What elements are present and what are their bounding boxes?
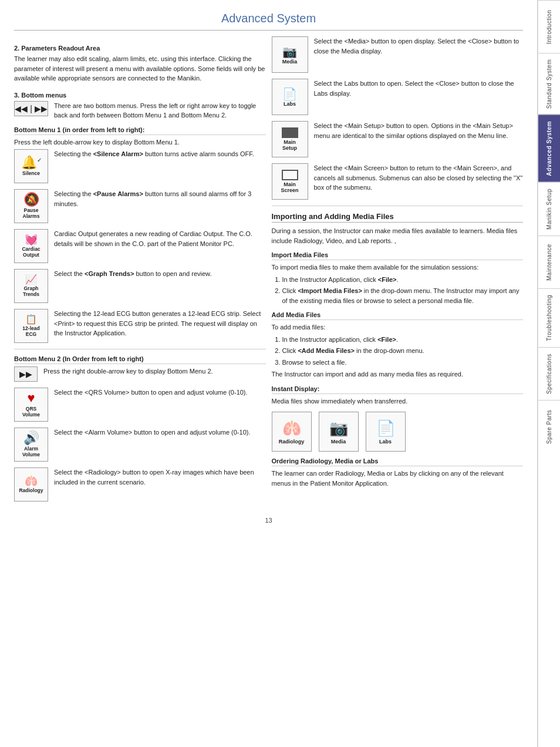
ecg-row: 📋 12-leadECG Selecting the 12-lead ECG b… [14, 309, 266, 343]
sidebar-tab-specifications[interactable]: Specifications [538, 347, 560, 400]
radiology-icon-box: 🫁 Radiology [14, 467, 48, 502]
page-title: Advanced System [14, 12, 523, 31]
sidebar-tab-manikin-setup[interactable]: Manikin Setup [538, 182, 560, 235]
main-setup-desc: Select the <Main Setup> button to open. … [314, 121, 524, 140]
media-icons-row: 🫁 Radiology 📷 Media 📄 Labs [272, 412, 524, 452]
divider-right [272, 206, 524, 206]
right-double-arrow-icon: ▶▶ [14, 366, 38, 382]
importing-section: Importing and Adding Media Files During … [272, 212, 524, 488]
two-column-layout: 2. Parameters Readout Area The learner m… [14, 36, 523, 507]
graph-trends-symbol: 📈 [25, 275, 37, 284]
import-step-1: In the Instructor Application, click <Fi… [282, 275, 524, 285]
ecg-label: 12-leadECG [22, 325, 39, 337]
silence-label: Silence [22, 170, 40, 176]
section2-heading: 2. Parameters Readout Area [14, 45, 266, 52]
alarm-volume-row: 🔊 AlarmVolume Select the <Alarm Volume> … [14, 428, 266, 462]
add-step-1: In the Instructor application, click <Fi… [282, 335, 524, 345]
sidebar-tab-standard-system[interactable]: Standard System [538, 53, 560, 115]
cardiac-output-label: CardiacOutput [22, 246, 40, 258]
graph-trends-row: 📈 GraphTrends Select the <Graph Trends> … [14, 269, 266, 303]
qrs-volume-row: ♥ QRSVolume Select the <QRS Volume> butt… [14, 388, 266, 422]
labs-media-label: Labs [379, 439, 392, 445]
media-btn-label: Media [282, 59, 298, 65]
importing-heading: Importing and Adding Media Files [272, 212, 524, 223]
instant-display-text: Media files show immediately when transf… [272, 396, 524, 406]
sidebar-tab-maintenance[interactable]: Maintenance [538, 235, 560, 288]
sidebar-tab-advanced-system[interactable]: Advanced System [538, 115, 560, 182]
add-steps-list: In the Instructor application, click <Fi… [272, 335, 524, 368]
section2-para: The learner may also edit scaling, alarm… [14, 54, 266, 83]
main-screen-symbol [282, 170, 298, 180]
qrs-volume-symbol: ♥ [27, 392, 35, 405]
section-3: 3. Bottom menus ◀◀ | ▶▶ There are two bo… [14, 92, 266, 502]
right-arrow-row: ▶▶ Press the right double-arrow key to d… [14, 366, 266, 382]
main-content: Advanced System 2. Parameters Readout Ar… [0, 0, 538, 747]
pause-alarms-label: PauseAlarms [23, 207, 40, 219]
page-wrapper: Advanced System 2. Parameters Readout Ar… [0, 0, 560, 747]
sidebar-tab-spare-parts[interactable]: Spare Parts [538, 400, 560, 453]
ordering-text: The learner can order Radiology, Media o… [272, 469, 524, 488]
labs-media-icon: 📄 Labs [366, 412, 406, 452]
pause-alarms-row: 🔕 PauseAlarms Selecting the <Pause Alarm… [14, 189, 266, 223]
section-2: 2. Parameters Readout Area The learner m… [14, 45, 266, 83]
pause-alarms-desc: Selecting the <Pause Alarms> button turn… [54, 189, 266, 208]
add-media-intro: To add media files: [272, 322, 524, 332]
main-setup-row: MainSetup Select the <Main Setup> button… [272, 121, 524, 157]
main-screen-icon-box: MainScreen [272, 163, 308, 200]
radiology-media-icon: 🫁 Radiology [272, 412, 312, 452]
media-media-symbol: 📷 [329, 419, 348, 438]
main-setup-label: MainSetup [282, 139, 297, 151]
media-media-icon: 📷 Media [319, 412, 359, 452]
qrs-volume-icon-box: ♥ QRSVolume [14, 388, 48, 422]
sidebar-tab-introduction[interactable]: Introduction [538, 0, 560, 53]
media-btn-desc: Select the <Media> button to open displa… [314, 36, 524, 56]
ecg-symbol: 📋 [25, 315, 37, 324]
radiology-desc: Select the <Radiology> button to open X-… [54, 467, 266, 487]
labs-btn-desc: Select the Labs button to open. Select t… [314, 79, 524, 98]
labs-btn-label: Labs [284, 101, 296, 107]
right-arrow-icon: ▶▶ [35, 104, 48, 113]
page-number: 13 [14, 517, 523, 524]
sidebar-tab-troubleshooting[interactable]: Troubleshooting [538, 288, 560, 347]
main-screen-row: MainScreen Select the <Main Screen> butt… [272, 163, 524, 200]
silence-symbol: 🔔✓ [21, 156, 42, 169]
radiology-media-label: Radiology [279, 439, 305, 445]
qrs-volume-desc: Select the <QRS Volume> button to open a… [54, 388, 248, 398]
bottom-menu2-heading: Bottom Menu 2 (In Order from left to rig… [14, 355, 266, 364]
left-arrow-icon: ◀◀ [15, 104, 28, 113]
main-setup-symbol [282, 127, 298, 138]
graph-trends-desc: Select the <Graph Trends> button to open… [54, 269, 211, 279]
labs-btn-symbol: 📄 [282, 87, 297, 101]
ecg-icon-box: 📋 12-leadECG [14, 309, 48, 343]
add-step-3: Browse to select a file. [282, 358, 524, 368]
radiology-label: Radiology [19, 487, 43, 493]
bottom-menu1-intro: Press the left double-arrow key to displ… [14, 137, 266, 147]
graph-trends-icon-box: 📈 GraphTrends [14, 269, 48, 303]
nav-arrows-icon: ◀◀ | ▶▶ [14, 101, 48, 116]
import-steps-list: In the Instructor Application, click <Fi… [272, 275, 524, 306]
main-setup-icon-box: MainSetup [272, 121, 308, 157]
main-screen-label: MainScreen [281, 181, 298, 193]
nav-arrows-row: ◀◀ | ▶▶ There are two bottom menus. Pres… [14, 101, 266, 120]
silence-icon-box: 🔔✓ Silence [14, 149, 48, 183]
radiology-row: 🫁 Radiology Select the <Radiology> butto… [14, 467, 266, 502]
import-step-2: Click <Import Media Files> in the drop-d… [282, 286, 524, 305]
pause-alarms-icon-box: 🔕 PauseAlarms [14, 189, 48, 223]
section3-heading: 3. Bottom menus [14, 92, 266, 99]
add-media-heading: Add Media Files [272, 311, 524, 320]
cardiac-output-desc: Cardiac Output generates a new reading o… [54, 229, 266, 248]
nav-arrows-desc: There are two bottom menus. Press the le… [54, 101, 266, 120]
import-media-heading: Import Media Files [272, 251, 524, 260]
bottom-menu1-heading: Bottom Menu 1 (in order from left to rig… [14, 126, 266, 135]
silence-row: 🔔✓ Silence Selecting the <Silence Alarm>… [14, 149, 266, 183]
qrs-volume-label: QRSVolume [22, 406, 40, 418]
labs-media-symbol: 📄 [376, 419, 395, 438]
divider-1 [14, 349, 266, 349]
instant-display-heading: Instant Display: [272, 385, 524, 394]
importing-intro: During a session, the Instructor can mak… [272, 226, 524, 245]
alarm-volume-label: AlarmVolume [22, 446, 40, 457]
alarm-volume-symbol: 🔊 [23, 432, 39, 445]
media-btn-icon-box: 📷 Media [272, 36, 308, 73]
bottom-menu2-intro: Press the right double-arrow key to disp… [43, 366, 213, 376]
right-column: 📷 Media Select the <Media> button to ope… [272, 36, 524, 507]
